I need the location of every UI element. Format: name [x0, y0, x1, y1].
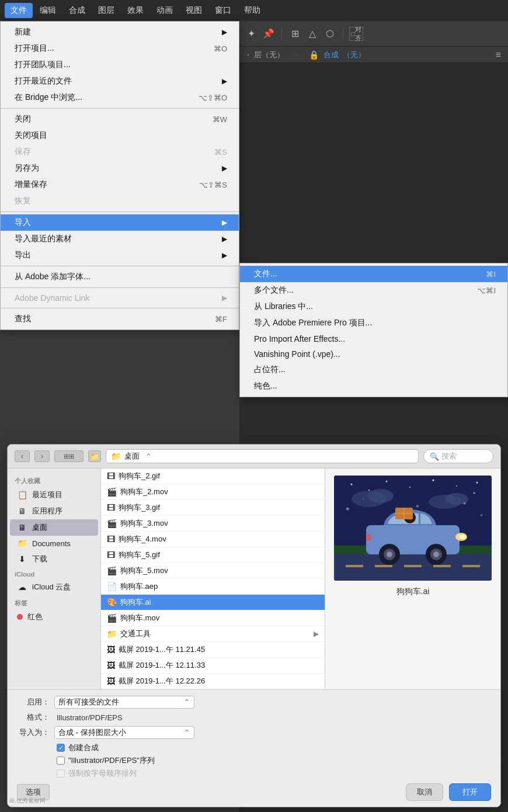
submenu-multiple-files[interactable]: 多个文件... ⌥⌘I	[240, 282, 507, 299]
toolbar-tool-4[interactable]: △	[305, 27, 319, 41]
menu-item-compose[interactable]: 合成	[63, 3, 91, 18]
ae-comp-menu-icon[interactable]: ≡	[496, 50, 501, 60]
sidebar-item-documents[interactable]: 📁 Documents	[10, 536, 98, 551]
submenu-premiere-project[interactable]: 导入 Adobe Premiere Pro 项目...	[240, 315, 507, 331]
checkbox-sequence[interactable]	[57, 757, 65, 765]
file-item[interactable]: 🖼 截屏 2019-1...午 12.22.26	[101, 674, 325, 689]
select-arrow-icon: ⌃	[183, 698, 190, 707]
ae-tab-close[interactable]: ×	[246, 52, 250, 58]
sidebar-item-icloud[interactable]: ☁ iCloud 云盘	[10, 579, 98, 595]
svg-point-30	[387, 551, 392, 557]
menu-open-project[interactable]: 打开项目... ⌘O	[1, 40, 239, 57]
view-mode-button[interactable]: ⊞⊞	[54, 450, 83, 462]
sidebar-section-icloud: iCloud	[8, 567, 100, 579]
menu-item-window[interactable]: 窗口	[209, 3, 237, 18]
file-item[interactable]: 🎬 狗狗车_5.mov	[101, 563, 325, 579]
nav-back-button[interactable]: ‹	[15, 450, 30, 462]
arrow-icon: ▶	[222, 164, 227, 172]
toolbar-tool-5[interactable]: ⬡	[323, 27, 337, 41]
preview-image: ❄ ❄ ❄ ❄ ❄	[334, 476, 492, 581]
menu-section-5: Adobe Dynamic Link ▶	[1, 288, 239, 308]
menu-new[interactable]: 新建 ▶	[1, 24, 239, 40]
dialog-sidebar: 个人收藏 📋 最近项目 🖥 应用程序 🖥 桌面 📁 Documents ⬇ 下载	[8, 469, 101, 689]
submenu-file[interactable]: 文件... ⌘I	[240, 266, 507, 282]
file-icon: 🎬	[107, 613, 117, 623]
dialog-search-box[interactable]: 🔍 搜索	[423, 449, 493, 463]
format-value: Illustrator/PDF/EPS	[57, 713, 123, 722]
menu-item-layer[interactable]: 图层	[92, 3, 120, 18]
dialog-path-bar[interactable]: 📁 桌面 ⌃	[106, 449, 419, 463]
menu-item-file[interactable]: 文件	[5, 3, 33, 18]
file-item[interactable]: 🎞 狗狗车_3.gif	[101, 500, 325, 516]
menu-browse-bridge[interactable]: 在 Bridge 中浏览... ⌥⇧⌘O	[1, 89, 239, 106]
documents-icon: 📁	[17, 539, 27, 548]
svg-rect-25	[462, 565, 480, 567]
submenu-from-libraries[interactable]: 从 Libraries 中...	[240, 299, 507, 315]
menu-export[interactable]: 导出 ▶	[1, 247, 239, 263]
file-item[interactable]: 🎞 狗狗车_4.mov	[101, 532, 325, 547]
menu-increment-save[interactable]: 增量保存 ⌥⇧⌘S	[1, 176, 239, 193]
enable-select[interactable]: 所有可接受的文件 ⌃	[54, 696, 194, 709]
menu-item-help[interactable]: 帮助	[238, 3, 266, 18]
menu-revert[interactable]: 恢复	[1, 193, 239, 209]
file-item-selected[interactable]: 🎨 狗狗车.ai	[101, 595, 325, 610]
file-item[interactable]: 🎞 狗狗车_5.gif	[101, 547, 325, 563]
toolbar-tool-2[interactable]: 📌	[262, 27, 276, 41]
toolbar-align-box[interactable]: □ 对齐	[349, 27, 363, 41]
file-item[interactable]: 🖼 截屏 2019-1...午 12.11.33	[101, 658, 325, 674]
menu-close[interactable]: 关闭 ⌘W	[1, 111, 239, 127]
sidebar-item-recent[interactable]: 📋 最近项目	[10, 487, 98, 503]
import-as-label: 导入为：	[17, 727, 50, 738]
submenu-vanishing-point[interactable]: Vanishing Point (.vpe)...	[240, 346, 507, 362]
submenu-placeholder[interactable]: 占位符...	[240, 362, 507, 378]
file-item[interactable]: 🎬 狗狗车_3.mov	[101, 516, 325, 532]
ae-lock-icon: 🔒	[309, 50, 319, 60]
menu-save-as[interactable]: 另存为 ▶	[1, 160, 239, 176]
menu-item-animate[interactable]: 动画	[151, 3, 179, 18]
menu-save[interactable]: 保存 ⌘S	[1, 144, 239, 160]
sidebar-item-desktop[interactable]: 🖥 桌面	[10, 519, 98, 536]
file-item-folder[interactable]: 📁 交通工具 ▶	[101, 626, 325, 642]
menu-dynamic-link[interactable]: Adobe Dynamic Link ▶	[1, 290, 239, 306]
sidebar-item-red-tag[interactable]: 红色	[10, 609, 98, 625]
sidebar-item-apps[interactable]: 🖥 应用程序	[10, 503, 98, 519]
file-icon: 📄	[107, 582, 117, 591]
toolbar-tool-3[interactable]: ⊞	[288, 27, 302, 41]
sidebar-section-favorites: 个人收藏	[8, 473, 100, 487]
format-label: 格式：	[17, 712, 50, 723]
red-dot-icon	[17, 614, 23, 620]
file-item[interactable]: 🎬 狗狗车.mov	[101, 610, 325, 626]
submenu-pro-import[interactable]: Pro Import After Effects...	[240, 331, 507, 346]
checkbox-create-comp[interactable]: ✓	[57, 744, 65, 752]
menu-close-project[interactable]: 关闭项目	[1, 127, 239, 144]
open-button[interactable]: 打开	[449, 783, 491, 801]
menu-find[interactable]: 查找 ⌘F	[1, 311, 239, 327]
submenu-solid[interactable]: 纯色...	[240, 378, 507, 394]
checkbox-row-2: "Illustrator/PDF/EPS"序列	[57, 755, 491, 766]
file-item[interactable]: 📄 狗狗车.aep	[101, 579, 325, 595]
watermark: iiii.优秀素材网	[9, 797, 46, 805]
file-item[interactable]: 🎬 狗狗车_2.mov	[101, 484, 325, 500]
import-as-select[interactable]: 合成 - 保持图层大小 ⌃	[54, 726, 194, 739]
menu-item-view[interactable]: 视图	[180, 3, 208, 18]
dialog-body: 个人收藏 📋 最近项目 🖥 应用程序 🖥 桌面 📁 Documents ⬇ 下载	[8, 469, 500, 689]
nav-forward-button[interactable]: ›	[34, 450, 50, 462]
sidebar-item-downloads[interactable]: ⬇ 下载	[10, 551, 98, 567]
toolbar-tool-1[interactable]: ✦	[244, 27, 258, 41]
file-icon: 🎞	[107, 503, 115, 512]
checkbox-force-alpha[interactable]	[57, 769, 65, 778]
menu-add-fonts[interactable]: 从 Adobe 添加字体...	[1, 269, 239, 285]
menu-item-effect[interactable]: 效果	[121, 3, 149, 18]
cancel-button[interactable]: 取消	[406, 783, 443, 801]
menu-import[interactable]: 导入 ▶	[1, 214, 239, 231]
svg-point-33	[433, 551, 439, 557]
file-item[interactable]: 🎞 狗狗车_2.gif	[101, 469, 325, 484]
desktop-icon: 🖥	[17, 523, 27, 532]
menu-open-recent[interactable]: 打开最近的文件 ▶	[1, 73, 239, 89]
menu-open-team-project[interactable]: 打开团队项目...	[1, 57, 239, 73]
svg-point-35	[459, 535, 466, 539]
menu-import-recent[interactable]: 导入最近的素材 ▶	[1, 231, 239, 247]
file-item[interactable]: 🖼 截屏 2019-1...午 11.21.45	[101, 642, 325, 658]
menu-item-edit[interactable]: 编辑	[34, 3, 62, 18]
new-folder-button[interactable]: 📁	[88, 450, 101, 462]
